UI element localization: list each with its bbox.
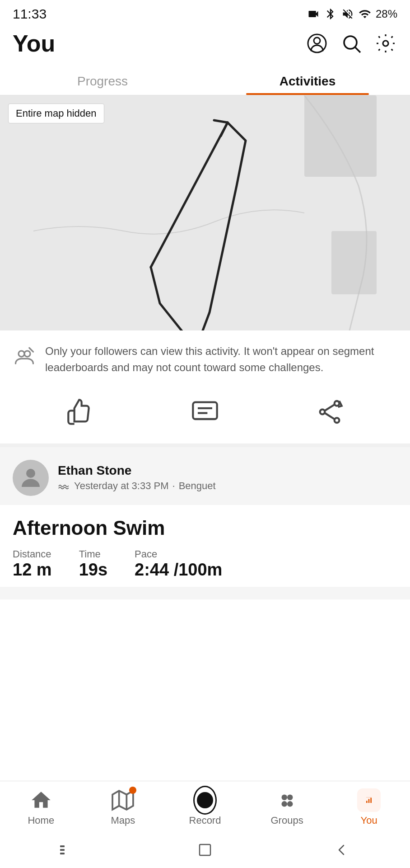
svg-rect-34 xyxy=(200,844,210,855)
stat-time: Time 19s xyxy=(79,548,107,580)
map-area: Entire map hidden xyxy=(0,95,410,330)
svg-point-26 xyxy=(287,801,293,807)
svg-rect-27 xyxy=(366,801,368,803)
bar-chart-icon xyxy=(365,789,373,811)
stat-distance-value: 12 m xyxy=(13,560,52,580)
map-hidden-badge: Entire map hidden xyxy=(8,104,104,123)
nav-you[interactable]: You xyxy=(346,788,391,826)
nav-groups-label: Groups xyxy=(271,815,303,826)
map-svg xyxy=(0,95,410,330)
nav-home[interactable]: Home xyxy=(19,788,64,826)
svg-point-9 xyxy=(24,351,30,357)
svg-rect-28 xyxy=(368,799,370,803)
activity-dot: · xyxy=(172,480,175,492)
svg-point-16 xyxy=(335,418,340,423)
like-button[interactable] xyxy=(62,394,98,430)
activity-stats: Distance 12 m Time 19s Pace 2:44 /100m xyxy=(13,548,397,587)
activity-time: Yesterday at 3:33 PM xyxy=(74,480,169,492)
svg-point-15 xyxy=(320,410,325,415)
svg-rect-32 xyxy=(60,849,65,851)
status-bar: 11:33 28% xyxy=(0,0,410,25)
bottom-nav: Home Maps Record xyxy=(0,781,410,832)
stat-distance: Distance 12 m xyxy=(13,548,52,580)
record-circle-icon xyxy=(193,786,217,815)
svg-rect-30 xyxy=(366,797,372,797)
page-title: You xyxy=(13,30,55,57)
sys-nav-menu[interactable] xyxy=(55,841,82,859)
nav-record-label: Record xyxy=(189,815,221,826)
header-icons xyxy=(305,32,397,55)
nav-maps-label: Maps xyxy=(111,815,135,826)
battery-text: 28% xyxy=(376,8,397,20)
tabs: Progress Activities xyxy=(0,66,410,95)
user-info: Ethan Stone Yesterday at 3:33 PM · Bengu… xyxy=(58,463,216,492)
groups-nav-icon xyxy=(275,788,299,812)
svg-point-1 xyxy=(314,38,320,44)
privacy-text: Only your followers can view this activi… xyxy=(45,343,397,376)
record-nav-icon xyxy=(193,788,217,812)
settings-button[interactable] xyxy=(374,32,397,55)
maps-nav-icon xyxy=(111,788,135,812)
top-header: You xyxy=(0,25,410,66)
svg-point-14 xyxy=(335,401,340,406)
share-button[interactable] xyxy=(312,394,348,430)
svg-line-18 xyxy=(325,413,334,419)
tab-activities[interactable]: Activities xyxy=(205,66,410,95)
mute-icon xyxy=(341,8,354,20)
swim-icon xyxy=(58,480,70,492)
action-buttons xyxy=(0,385,410,447)
stat-distance-label: Distance xyxy=(13,548,52,560)
activity-location: Benguet xyxy=(179,480,216,492)
activity-card: Ethan Stone Yesterday at 3:33 PM · Bengu… xyxy=(0,447,410,599)
svg-line-3 xyxy=(355,47,360,52)
status-time: 11:33 xyxy=(13,6,47,22)
svg-rect-33 xyxy=(60,853,65,854)
wifi-icon xyxy=(359,8,371,20)
home-nav-icon xyxy=(29,788,53,812)
user-name: Ethan Stone xyxy=(58,463,216,478)
stat-pace-value: 2:44 /100m xyxy=(135,560,222,580)
you-nav-icon xyxy=(357,788,381,812)
stat-time-label: Time xyxy=(79,548,107,560)
comment-button[interactable] xyxy=(187,394,223,430)
svg-point-24 xyxy=(287,795,293,801)
activity-title: Afternoon Swim xyxy=(13,512,397,539)
stat-time-value: 19s xyxy=(79,560,107,580)
svg-point-8 xyxy=(19,351,24,357)
maps-badge xyxy=(129,787,136,794)
nav-groups[interactable]: Groups xyxy=(265,788,310,826)
svg-line-17 xyxy=(325,405,334,410)
svg-point-2 xyxy=(344,36,357,49)
svg-rect-6 xyxy=(304,95,377,177)
profile-button[interactable] xyxy=(305,32,329,55)
svg-rect-29 xyxy=(371,798,372,803)
sys-nav-home[interactable] xyxy=(191,841,219,859)
svg-point-19 xyxy=(26,469,35,478)
camera-status-icon xyxy=(307,8,320,20)
tab-progress[interactable]: Progress xyxy=(0,66,205,95)
nav-home-label: Home xyxy=(28,815,54,826)
search-button[interactable] xyxy=(340,32,363,55)
stat-pace-label: Pace xyxy=(135,548,222,560)
svg-point-25 xyxy=(281,801,287,807)
activity-meta: Yesterday at 3:33 PM · Benguet xyxy=(58,480,216,492)
svg-rect-7 xyxy=(331,231,377,294)
privacy-icon xyxy=(13,345,36,370)
svg-point-23 xyxy=(281,795,287,801)
status-icons: 28% xyxy=(307,8,397,20)
nav-maps[interactable]: Maps xyxy=(100,788,145,826)
nav-record[interactable]: Record xyxy=(182,788,228,826)
activity-user: Ethan Stone Yesterday at 3:33 PM · Bengu… xyxy=(13,460,397,496)
svg-marker-20 xyxy=(112,791,133,810)
system-nav xyxy=(0,832,410,868)
svg-rect-11 xyxy=(193,402,217,419)
stat-pace: Pace 2:44 /100m xyxy=(135,548,222,580)
nav-you-label: You xyxy=(361,815,377,826)
avatar xyxy=(13,460,49,496)
privacy-notice: Only your followers can view this activi… xyxy=(0,330,410,385)
sys-nav-back[interactable] xyxy=(328,841,355,859)
bluetooth-icon xyxy=(324,8,337,20)
svg-point-4 xyxy=(383,41,388,46)
svg-rect-31 xyxy=(60,845,65,847)
